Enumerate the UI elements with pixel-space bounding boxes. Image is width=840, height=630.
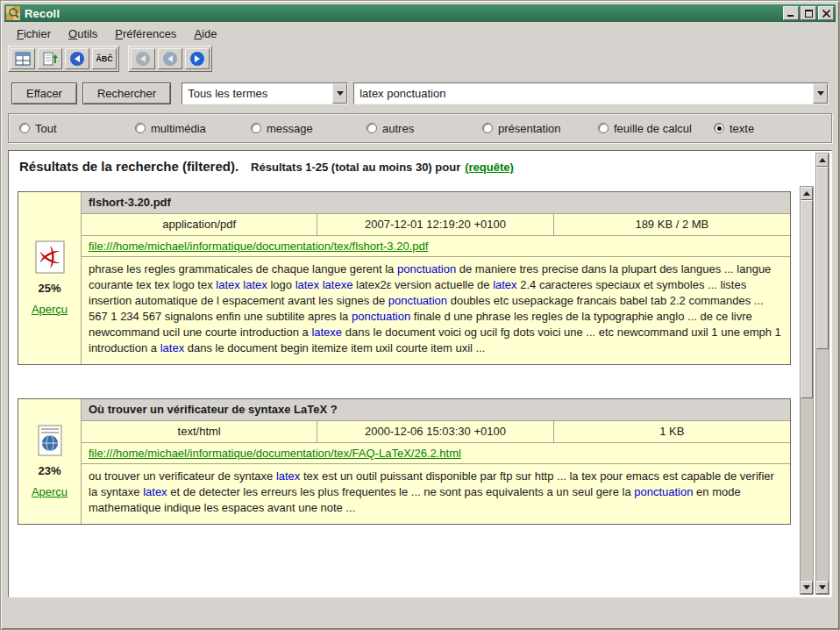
radio-icon	[482, 123, 493, 133]
menubar: FichierOutilsPréférencesAide	[4, 22, 836, 43]
chevron-down-icon[interactable]	[813, 83, 828, 104]
filter-texte[interactable]: texte	[714, 122, 829, 135]
search-bar: Effacer Rechercher Tous les termes	[4, 82, 836, 104]
results-summary: Résultats 1-25 (total au moins 30) pour	[251, 161, 460, 174]
maximize-icon	[805, 10, 813, 18]
filter-autres[interactable]: autres	[367, 122, 482, 135]
clear-button[interactable]: Effacer	[11, 82, 77, 104]
arrow-down-icon	[819, 585, 826, 590]
minimize-button[interactable]	[783, 6, 799, 20]
window-buttons	[783, 6, 834, 20]
first-page-icon	[135, 51, 151, 67]
radio-icon	[367, 123, 377, 133]
doc-table-icon	[15, 52, 31, 66]
sort-page-icon	[42, 52, 58, 66]
arrow-down-icon	[803, 585, 810, 590]
highlighted-term: latex	[493, 278, 516, 291]
doc-history-button[interactable]	[11, 48, 35, 69]
menu-fichier[interactable]: Fichier	[8, 25, 60, 42]
arrow-up-icon	[803, 191, 810, 196]
next-page-button[interactable]	[185, 48, 210, 69]
term-explorer-button[interactable]: ÂBĈ	[92, 48, 117, 69]
search-mode-select[interactable]: Tous les termes	[182, 82, 348, 104]
recoll-window: Recoll FichierOutilsPréférencesAide	[0, 0, 840, 630]
highlighted-term: latex	[276, 469, 300, 483]
radio-icon	[598, 123, 609, 133]
scroll-down-button[interactable]	[816, 581, 829, 594]
results-list-scrollbar	[800, 186, 814, 595]
filter-tout[interactable]: Tout	[19, 122, 135, 135]
radio-icon	[135, 123, 146, 133]
filter-feuille-de-calcul[interactable]: feuille de calcul	[598, 122, 714, 135]
pdf-file-icon	[35, 240, 65, 274]
highlighted-term: ponctuation	[388, 294, 447, 307]
result-size: 189 KB / 2 MB	[554, 214, 790, 235]
filter-multimedia[interactable]: multimédia	[135, 122, 251, 135]
result-date: 2007-12-01 12:19:20 +0100	[317, 214, 553, 235]
radio-icon	[19, 123, 30, 133]
search-button[interactable]: Rechercher	[82, 82, 171, 104]
result-url-link[interactable]: file:///home/michael/informatique/docume…	[89, 447, 461, 460]
menu-aide[interactable]: Aide	[185, 25, 225, 42]
reload-circle-icon	[69, 51, 85, 67]
menu-outils[interactable]: Outils	[60, 25, 106, 42]
titlebar: Recoll	[4, 4, 836, 22]
scrollbar-thumb[interactable]	[801, 200, 813, 398]
highlighted-term: latex latexe	[295, 278, 353, 291]
first-page-button[interactable]	[131, 48, 155, 69]
prev-page-button[interactable]	[158, 48, 182, 69]
result-date: 2000-12-06 15:03:30 +0100	[317, 421, 553, 442]
result-side-panel: 23% Aperçu	[18, 399, 82, 524]
result-url-row: file:///home/michael/informatique/docume…	[82, 236, 790, 257]
highlighted-term: latexe	[311, 326, 342, 339]
results-pane-scrollbar	[815, 153, 829, 595]
toolbar-group-nav	[128, 46, 212, 72]
search-query-input[interactable]	[354, 87, 813, 100]
preview-link[interactable]: Aperçu	[32, 303, 68, 316]
close-button[interactable]	[818, 6, 834, 20]
close-icon	[822, 10, 830, 18]
result-info-row: text/html 2000-12-06 15:03:30 +0100 1 KB	[82, 421, 790, 443]
result-snippet: ou trouver un verificateur de syntaxe la…	[82, 464, 790, 524]
scroll-down-button[interactable]	[801, 581, 813, 594]
html-file-icon	[37, 425, 63, 456]
highlighted-term: latex latex	[216, 278, 267, 291]
filter-presentation[interactable]: présentation	[482, 122, 598, 135]
result-title: Où trouver un vérificateur de syntaxe La…	[82, 399, 790, 421]
result-info-row: application/pdf 2007-12-01 12:19:20 +010…	[82, 214, 790, 236]
preview-link[interactable]: Aperçu	[32, 485, 68, 498]
filter-label: autres	[382, 122, 414, 135]
highlighted-term: ponctuation	[634, 485, 693, 498]
scrollbar-track[interactable]	[801, 200, 813, 581]
result-mimetype: application/pdf	[82, 214, 317, 235]
highlighted-term: latex	[160, 341, 184, 354]
scroll-up-button[interactable]	[801, 187, 813, 200]
result-size: 1 KB	[554, 421, 790, 442]
menu-preferences[interactable]: Préférences	[106, 25, 185, 42]
highlighted-term: ponctuation	[352, 310, 410, 323]
search-mode-value: Tous les termes	[182, 87, 332, 100]
result-side-panel: 25% Aperçu	[18, 192, 82, 364]
window-title: Recoll	[25, 7, 783, 20]
results-title: Résultats de la recherche (filtered).	[19, 159, 238, 174]
query-link[interactable]: (requête)	[465, 161, 514, 174]
scrollbar-track[interactable]	[816, 167, 829, 581]
maximize-button[interactable]	[801, 6, 816, 20]
results-header: Résultats de la recherche (filtered).Rés…	[9, 151, 798, 184]
status-bar	[4, 598, 836, 626]
highlighted-term: ponctuation	[397, 262, 456, 276]
result-mimetype: text/html	[82, 421, 317, 442]
result-snippet: phrase les regles grammaticales de chaqu…	[82, 257, 790, 364]
filter-message[interactable]: message	[251, 122, 367, 135]
arrow-up-icon	[819, 158, 826, 162]
result-url-link[interactable]: file:///home/michael/informatique/docume…	[89, 240, 428, 253]
reload-results-button[interactable]	[65, 48, 89, 69]
filter-row: Toutmultimédiamessageautresprésentationf…	[8, 113, 832, 143]
next-page-icon	[189, 51, 205, 67]
scroll-up-button[interactable]	[816, 154, 829, 167]
chevron-down-icon[interactable]	[332, 83, 347, 104]
scrollbar-thumb[interactable]	[816, 167, 829, 349]
filter-label: Tout	[35, 122, 57, 135]
result-item: 25% Aperçu flshort-3.20.pdf application/…	[18, 191, 791, 365]
sort-params-button[interactable]	[38, 48, 62, 69]
